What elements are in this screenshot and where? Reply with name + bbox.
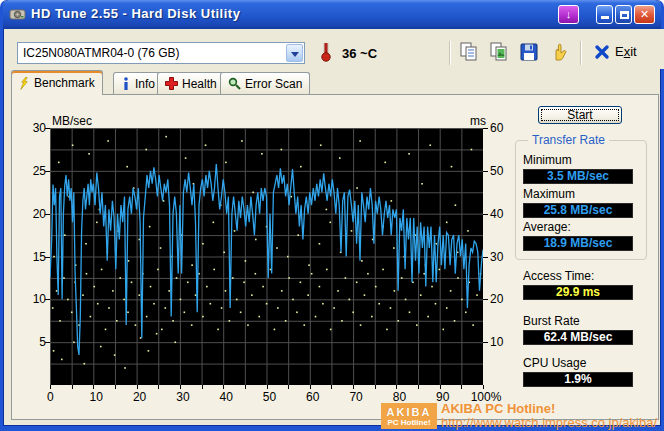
akiba-logo-top-text: AKIBA (387, 406, 432, 418)
benchmark-tab-page: MB/sec ms 302520151056050403020100102030… (11, 94, 659, 420)
axis-tick-mark (180, 385, 181, 389)
tab-label: Benchmark (34, 76, 95, 90)
tab-info[interactable]: Info (113, 72, 163, 94)
axis-tick-mark (440, 385, 441, 389)
exit-x-icon (594, 44, 610, 60)
axis-tick-label: 15 (26, 250, 46, 264)
axis-tick-mark (115, 385, 116, 389)
axis-tick-label: 60 (490, 121, 503, 135)
axis-tick-mark (93, 385, 94, 389)
axis-tick-mark (483, 171, 488, 172)
app-window: HD Tune 2.55 - Hard Disk Utility ↓ ✕ IC2… (0, 0, 664, 431)
burst-rate-label: Burst Rate (523, 314, 580, 328)
axis-tick-mark (245, 385, 246, 389)
akiba-watermark: AKIBA PC Hotline! AKIBA PC Hotline! http… (381, 400, 664, 431)
axis-tick-mark (483, 257, 488, 258)
akiba-logo-bottom-text: PC Hotline! (387, 418, 430, 427)
tab-label: Health (182, 77, 217, 91)
benchmark-chart (50, 128, 483, 385)
tab-label: Error Scan (245, 77, 302, 91)
axis-tick-label: 10 (78, 390, 114, 404)
minimum-label: Minimum (523, 153, 572, 167)
axis-tick-mark (353, 385, 354, 389)
save-icon[interactable] (519, 42, 539, 62)
maximum-label: Maximum (523, 187, 575, 201)
drive-select-value: IC25N080ATMR04-0 (76 GB) (23, 46, 180, 60)
maximize-icon (620, 11, 629, 19)
watermark-title: AKIBA PC Hotline! (441, 401, 555, 416)
toolbar-separator (449, 41, 451, 65)
axis-tick-mark (331, 385, 332, 389)
axis-tick-label: 30 (490, 250, 503, 264)
maximum-value: 25.8 MB/sec (523, 203, 633, 218)
axis-tick-label: 50 (490, 164, 503, 178)
axis-tick-mark (202, 385, 203, 389)
axis-tick-mark (418, 385, 419, 389)
axis-tick-mark (50, 385, 51, 389)
start-button[interactable]: Start (538, 106, 622, 124)
copy-icon[interactable] (459, 42, 479, 62)
tab-error-scan[interactable]: Error Scan (220, 72, 310, 94)
axis-tick-label: 40 (490, 207, 503, 221)
akiba-logo: AKIBA PC Hotline! (381, 403, 437, 429)
axis-tick-mark (483, 214, 488, 215)
axis-tick-mark (375, 385, 376, 389)
watermark-url[interactable]: http://www.watch.impress.co.jp/akiba/ (441, 415, 657, 430)
axis-tick-label: 20 (490, 292, 503, 306)
average-label: Average: (523, 220, 571, 234)
benchmark-icon (19, 77, 30, 90)
hard-disk-app-icon (9, 6, 26, 23)
thermometer-icon (320, 40, 332, 62)
axis-tick-mark (72, 385, 73, 389)
window-title: HD Tune 2.55 - Hard Disk Utility (31, 6, 240, 21)
download-overlay-button[interactable]: ↓ (558, 5, 579, 24)
axis-tick-label: 50 (252, 390, 288, 404)
minimize-button[interactable] (596, 5, 613, 24)
title-bar[interactable]: HD Tune 2.55 - Hard Disk Utility ↓ ✕ (3, 0, 661, 29)
access-time-label: Access Time: (523, 269, 594, 283)
toolbar-separator (580, 41, 582, 65)
axis-tick-label: 25 (26, 164, 46, 178)
axis-tick-mark (158, 385, 159, 389)
tab-benchmark[interactable]: Benchmark (11, 70, 103, 95)
axis-tick-label: 10 (490, 335, 503, 349)
axis-tick-label: 20 (122, 390, 158, 404)
axis-tick-mark (310, 385, 311, 389)
exit-label: Exit (615, 44, 637, 59)
axis-tick-mark (483, 299, 488, 300)
average-value: 18.9 MB/sec (523, 236, 633, 251)
tab-label: Info (135, 77, 155, 91)
drive-select-dropdown[interactable]: IC25N080ATMR04-0 (76 GB) (17, 42, 305, 64)
axis-tick-label: 5 (26, 335, 46, 349)
maximize-button[interactable] (615, 5, 632, 24)
axis-tick-mark (137, 385, 138, 389)
copy-image-icon[interactable] (489, 42, 509, 62)
axis-tick-label: 70 (338, 390, 374, 404)
axis-tick-label: 10 (26, 292, 46, 306)
toolbar: IC25N080ATMR04-0 (76 GB) 36 ~C (6, 29, 664, 69)
axis-tick-mark (483, 128, 488, 129)
axis-tick-mark (288, 385, 289, 389)
access-time-value: 29.9 ms (523, 285, 633, 300)
magnifier-icon (228, 77, 241, 90)
axis-tick-label: 60 (295, 390, 331, 404)
close-button[interactable]: ✕ (634, 5, 655, 24)
left-axis-title: MB/sec (52, 114, 92, 128)
axis-tick-label: 30 (165, 390, 201, 404)
axis-tick-mark (267, 385, 268, 389)
tab-health[interactable]: Health (157, 72, 225, 94)
health-cross-icon (165, 77, 178, 90)
minimum-value: 3.5 MB/sec (523, 169, 633, 184)
info-icon (121, 77, 131, 90)
pointer-hand-icon[interactable] (549, 42, 569, 62)
minimize-icon (601, 16, 609, 19)
transfer-rate-title: Transfer Rate (528, 133, 609, 147)
axis-tick-mark (396, 385, 397, 389)
cpu-usage-label: CPU Usage (523, 356, 586, 370)
burst-rate-value: 62.4 MB/sec (523, 330, 633, 345)
axis-tick-label: 20 (26, 207, 46, 221)
cpu-usage-value: 1.9% (523, 372, 633, 387)
axis-tick-label: 40 (208, 390, 244, 404)
chevron-down-icon[interactable] (286, 44, 303, 62)
axis-tick-mark (483, 342, 488, 343)
